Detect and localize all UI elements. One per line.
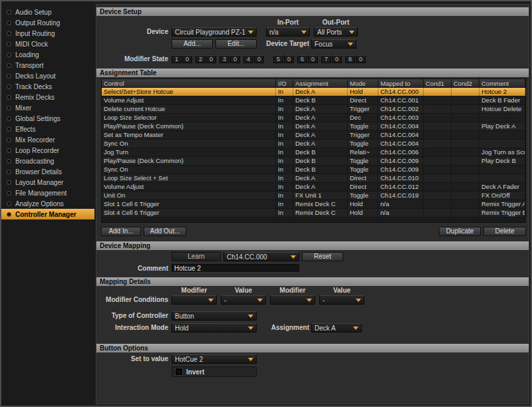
column-header-control[interactable]: Control xyxy=(102,79,276,87)
column-header-mode[interactable]: Mode xyxy=(348,79,378,87)
table-cell: Sync On xyxy=(102,140,276,148)
sidebar-item-global-settings[interactable]: Global Settings xyxy=(1,113,94,124)
chevron-down-icon xyxy=(248,31,253,34)
table-row[interactable]: Sync OnInDeck BToggleCh14.CC.009 xyxy=(102,166,525,174)
table-cell: Delete current Hotcue xyxy=(102,105,276,113)
sidebar-item-audio-setup[interactable]: Audio Setup xyxy=(1,7,94,17)
table-row[interactable]: Unit OnInFX Unit 1ToggleCh14.CC.019FX On… xyxy=(102,192,525,200)
table-cell xyxy=(424,157,452,165)
sidebar-item-mix-recorder[interactable]: Mix Recorder xyxy=(1,134,94,145)
reset-button[interactable]: Reset xyxy=(302,252,343,261)
device-target-select[interactable]: Focus xyxy=(311,39,356,49)
bullet-icon xyxy=(7,138,11,142)
condition1-value-select[interactable]: - xyxy=(221,295,266,305)
table-row[interactable]: Jog TurnInDeck BRelati~Ch14.CC.006Jog Tu… xyxy=(102,148,525,157)
sidebar-item-remix-decks[interactable]: Remix Decks xyxy=(1,92,94,102)
out-port-select[interactable]: All Ports xyxy=(314,27,358,37)
column-header-assignment[interactable]: Assignment xyxy=(293,79,348,87)
column-header-comment[interactable]: Comment xyxy=(479,79,525,87)
delete-button[interactable]: Delete xyxy=(483,227,526,236)
type-of-controller-select[interactable]: Button xyxy=(172,311,257,321)
learn-button[interactable]: Learn xyxy=(172,252,221,261)
table-header: ControlI/OAssignmentModeMapped toCond1Co… xyxy=(102,79,525,88)
sidebar: Audio SetupOutput RoutingInput RoutingMI… xyxy=(1,1,94,406)
sidebar-item-decks-layout[interactable]: Decks Layout xyxy=(1,70,94,81)
table-row[interactable]: Set as Tempo MasterInDeck ATriggerCh14.C… xyxy=(102,131,525,140)
table-row[interactable]: Sync OnInDeck AToggleCh14.CC.004 xyxy=(102,140,525,148)
table-cell: Direct xyxy=(348,183,378,191)
condition2-value-select[interactable]: - xyxy=(319,295,364,305)
table-cell: Ch14.CC.006 xyxy=(378,148,424,156)
sidebar-item-output-routing[interactable]: Output Routing xyxy=(1,17,94,28)
sidebar-item-browser-details[interactable]: Browser Details xyxy=(1,166,94,177)
sidebar-item-loading[interactable]: Loading xyxy=(1,49,94,60)
column-header-i-o[interactable]: I/O xyxy=(276,79,293,87)
table-row[interactable]: Delete current HotcueInDeck ATriggerCh14… xyxy=(102,105,525,114)
device-select[interactable]: Circuit Playground PZ-1 xyxy=(172,27,257,37)
table-row[interactable]: Select/Set+Store HotcueInDeck AHoldCh14.… xyxy=(102,88,525,96)
sidebar-item-broadcasting[interactable]: Broadcasting xyxy=(1,156,94,166)
table-cell xyxy=(479,140,525,148)
sidebar-item-mixer[interactable]: Mixer xyxy=(1,102,94,113)
modifier-value[interactable]: 0 xyxy=(206,55,216,63)
set-to-value-select[interactable]: HotCue 2 xyxy=(172,354,257,364)
column-header-mapped-to[interactable]: Mapped to xyxy=(378,79,424,87)
modifier-number: 5 xyxy=(273,55,283,63)
table-row[interactable]: Play/Pause (Deck Common)InDeck BToggleCh… xyxy=(102,157,525,166)
sidebar-item-effects[interactable]: Effects xyxy=(1,124,94,134)
assignment-select[interactable]: Deck A xyxy=(311,323,362,333)
condition2-modifier-select[interactable] xyxy=(270,295,315,305)
modifier-value[interactable]: 0 xyxy=(308,55,318,63)
invert-checkbox[interactable] xyxy=(176,368,182,375)
table-cell: Select/Set+Store Hotcue xyxy=(102,88,276,96)
table-row[interactable]: Loop Size SelectorInDeck ADecCh14.CC.003 xyxy=(102,114,525,122)
sidebar-item-input-routing[interactable]: Input Routing xyxy=(1,28,94,39)
add-in-button[interactable]: Add In... xyxy=(101,227,141,236)
comment-input[interactable]: Hotcue 2 xyxy=(172,264,299,273)
modifier-value[interactable]: 0 xyxy=(284,55,294,63)
mapped-to-select[interactable]: Ch14.CC.000 xyxy=(223,252,299,261)
sidebar-item-transport[interactable]: Transport xyxy=(1,60,94,70)
modifier-value[interactable]: 0 xyxy=(254,55,264,63)
column-header-cond1[interactable]: Cond1 xyxy=(424,79,452,87)
table-cell: Play Deck A xyxy=(479,122,525,130)
modifier-value[interactable]: 0 xyxy=(230,55,240,63)
in-port-select[interactable]: n/a xyxy=(266,27,310,37)
sidebar-item-layout-manager[interactable]: Layout Manager xyxy=(1,177,94,188)
modifier-state-pair: 60 xyxy=(297,55,318,63)
duplicate-button[interactable]: Duplicate xyxy=(439,227,481,236)
table-cell: Deck A xyxy=(293,114,348,122)
bullet-icon xyxy=(7,148,11,153)
bullet-icon xyxy=(7,31,11,36)
column-header-cond2[interactable]: Cond2 xyxy=(452,79,479,87)
table-cell xyxy=(452,140,479,148)
add-device-button[interactable]: Add... xyxy=(172,39,213,49)
set-to-value-label: Set to value xyxy=(96,354,168,364)
table-cell: Dec xyxy=(348,114,378,122)
chevron-down-icon xyxy=(257,299,263,302)
add-out-button[interactable]: Add Out... xyxy=(144,227,186,236)
table-cell: Ch14.CC.000 xyxy=(378,88,424,96)
condition1-modifier-select[interactable] xyxy=(172,295,217,305)
table-row[interactable]: Slot 1 Cell 6 TriggerInRemix Deck CHoldn… xyxy=(102,200,525,209)
sidebar-item-controller-manager[interactable]: Controller Manager xyxy=(1,209,94,219)
sidebar-item-midi-clock[interactable]: MIDI Clock xyxy=(1,39,94,49)
table-row[interactable]: Slot 4 Cell 6 TriggerInRemix Deck CHoldn… xyxy=(102,209,525,217)
modifier-value[interactable]: 0 xyxy=(356,55,366,63)
table-cell: Toggle xyxy=(348,122,378,130)
table-cell xyxy=(424,192,452,200)
sidebar-item-file-management[interactable]: File Management xyxy=(1,188,94,198)
table-row[interactable]: Volume AdjustInDeck ADirectCh14.CC.012De… xyxy=(102,183,525,192)
table-row[interactable]: Loop Size Select + SetInDeck ADirectCh14… xyxy=(102,174,525,183)
sidebar-item-analyze-options[interactable]: Analyze Options xyxy=(1,198,94,209)
bullet-icon xyxy=(7,191,11,196)
bullet-icon xyxy=(7,202,11,206)
table-row[interactable]: Volume AdjustInDeck BDirectCh14.CC.001De… xyxy=(102,96,525,105)
modifier-value[interactable]: 0 xyxy=(182,55,192,63)
sidebar-item-track-decks[interactable]: Track Decks xyxy=(1,81,94,92)
table-cell: Play/Pause (Deck Common) xyxy=(102,157,276,165)
sidebar-item-loop-recorder[interactable]: Loop Recorder xyxy=(1,145,94,156)
table-row[interactable]: Play/Pause (Deck Common)InDeck AToggleCh… xyxy=(102,122,525,131)
modifier-number: 1 xyxy=(172,55,182,63)
modifier-value[interactable]: 0 xyxy=(332,55,342,63)
